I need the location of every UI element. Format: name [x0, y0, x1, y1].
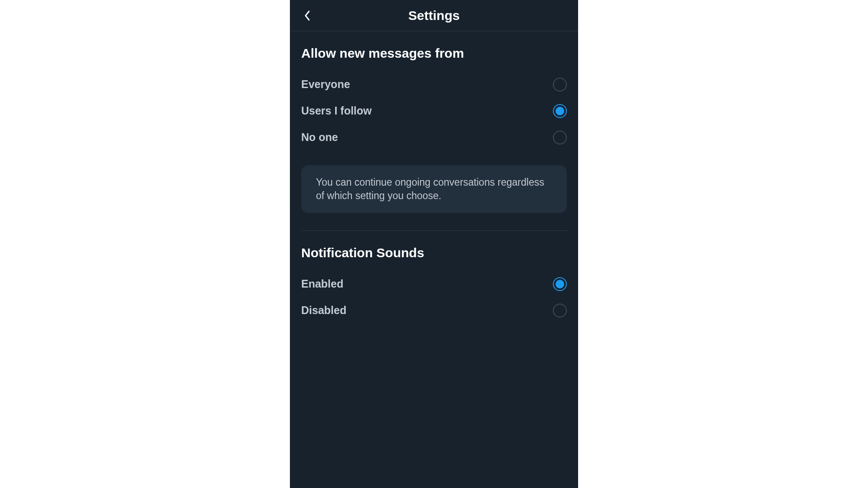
option-label: Disabled	[301, 304, 346, 317]
chevron-left-icon	[303, 10, 312, 22]
page-title: Settings	[408, 8, 460, 23]
option-everyone[interactable]: Everyone	[301, 71, 567, 98]
radio-disabled[interactable]	[553, 304, 567, 318]
option-label: No one	[301, 131, 338, 144]
option-label: Users I follow	[301, 105, 372, 117]
radio-no-one[interactable]	[553, 131, 567, 144]
back-button[interactable]	[299, 7, 316, 24]
info-text: You can continue ongoing conversations r…	[316, 176, 552, 203]
settings-screen: Settings Allow new messages from Everyon…	[290, 0, 578, 488]
section-divider	[301, 230, 567, 231]
option-no-one[interactable]: No one	[301, 124, 567, 151]
radio-enabled[interactable]	[553, 277, 567, 291]
option-label: Enabled	[301, 278, 343, 290]
section-title-messages: Allow new messages from	[301, 46, 567, 61]
option-label: Everyone	[301, 78, 350, 91]
content: Allow new messages from Everyone Users I…	[290, 31, 578, 324]
option-enabled[interactable]: Enabled	[301, 271, 567, 297]
section-title-sounds: Notification Sounds	[301, 246, 567, 260]
radio-everyone[interactable]	[553, 78, 567, 92]
info-box: You can continue ongoing conversations r…	[301, 165, 567, 213]
radio-users-i-follow[interactable]	[553, 104, 567, 118]
header: Settings	[290, 0, 578, 31]
option-disabled[interactable]: Disabled	[301, 297, 567, 324]
option-users-i-follow[interactable]: Users I follow	[301, 98, 567, 124]
